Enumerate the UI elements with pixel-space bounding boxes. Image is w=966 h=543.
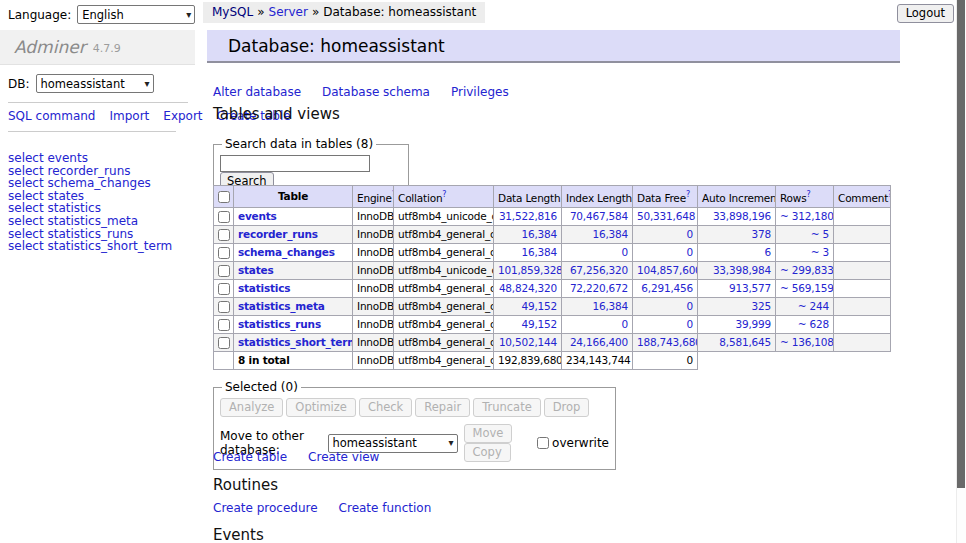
scrollbar-track[interactable] — [956, 0, 966, 543]
row-checkbox-statistics-short-term[interactable] — [218, 337, 230, 349]
auto-increment-link[interactable]: 33,898,196 — [713, 210, 771, 222]
rows-link[interactable]: ~ 136,108 — [780, 336, 834, 348]
column-help-link-collation[interactable]: ? — [442, 190, 446, 199]
move-button[interactable]: Move — [464, 424, 513, 443]
auto-increment-link[interactable]: 325 — [752, 300, 771, 312]
row-checkbox-statistics-runs[interactable] — [218, 319, 230, 331]
language-select[interactable]: English — [77, 5, 195, 24]
data-free-link[interactable]: 0 — [687, 228, 693, 240]
column-help-link-comment[interactable]: ? — [888, 190, 890, 199]
table-link-statistics-runs[interactable]: statistics_runs — [238, 318, 321, 330]
link-privileges[interactable]: Privileges — [451, 85, 509, 99]
data-free-link[interactable]: 50,331,648 — [637, 210, 695, 222]
check-button[interactable]: Check — [359, 398, 412, 417]
data-length-link[interactable]: 16,384 — [521, 228, 557, 240]
data-free-link[interactable]: 0 — [687, 300, 693, 312]
index-length-cell: 67,256,320 — [562, 261, 633, 279]
sidebar-action-import[interactable]: Import — [109, 109, 149, 123]
sidebar-action-export[interactable]: Export — [163, 109, 202, 123]
table-link-statistics[interactable]: statistics — [238, 282, 290, 294]
auto-increment-link[interactable]: 6 — [765, 246, 771, 258]
table-link-statistics-short-term[interactable]: statistics_short_term — [238, 336, 353, 348]
rows-link[interactable]: ~ 244 — [798, 300, 829, 312]
index-length-link[interactable]: 0 — [622, 246, 628, 258]
breadcrumb-link-server[interactable]: Server — [269, 5, 308, 19]
sidebar-link-select-events[interactable]: select events — [8, 152, 194, 165]
sidebar-link-select-statistics-short-term[interactable]: select statistics_short_term — [8, 240, 194, 253]
row-checkbox-schema-changes[interactable] — [218, 247, 230, 259]
rows-link[interactable]: ~ 569,159 — [780, 282, 834, 294]
row-checkbox-events[interactable] — [218, 211, 230, 223]
language-label: Language: — [8, 8, 71, 22]
column-help-link-data-free[interactable]: ? — [686, 190, 690, 199]
select-all-checkbox[interactable] — [218, 191, 230, 203]
total-data-length-cell: 192,839,680 — [494, 351, 562, 369]
analyze-button[interactable]: Analyze — [220, 398, 283, 417]
copy-button[interactable]: Copy — [464, 443, 511, 462]
rows-link[interactable]: ~ 5 — [811, 228, 829, 240]
page-title: Database: homeassistant — [207, 30, 900, 63]
overwrite-checkbox[interactable] — [537, 437, 549, 449]
data-free-link[interactable]: 6,291,456 — [641, 282, 693, 294]
breadcrumb-link-mysql[interactable]: MySQL — [212, 5, 253, 19]
index-length-link[interactable]: 16,384 — [592, 300, 628, 312]
link-database-schema[interactable]: Database schema — [322, 85, 430, 99]
data-free-link[interactable]: 104,857,600 — [637, 264, 698, 276]
data-free-link[interactable]: 188,743,680 — [637, 336, 698, 348]
link-alter-database[interactable]: Alter database — [213, 85, 301, 99]
data-length-link[interactable]: 16,384 — [521, 246, 557, 258]
auto-increment-link[interactable]: 33,398,984 — [713, 264, 771, 276]
db-select[interactable]: homeassistant — [36, 74, 154, 93]
table-link-events[interactable]: events — [238, 210, 277, 222]
auto-increment-link[interactable]: 378 — [752, 228, 771, 240]
column-help-link-rows[interactable]: ? — [807, 190, 811, 199]
auto-increment-link[interactable]: 39,999 — [735, 318, 771, 330]
link-create-view[interactable]: Create view — [308, 450, 379, 464]
sidebar-link-select-schema-changes[interactable]: select schema_changes — [8, 177, 194, 190]
row-checkbox-recorder-runs[interactable] — [218, 229, 230, 241]
optimize-button[interactable]: Optimize — [286, 398, 356, 417]
rows-link[interactable]: ~ 628 — [798, 318, 829, 330]
truncate-button[interactable]: Truncate — [473, 398, 541, 417]
search-input[interactable] — [220, 155, 370, 172]
row-checkbox-statistics[interactable] — [218, 283, 230, 295]
row-checkbox-statistics-meta[interactable] — [218, 301, 230, 313]
data-free-link[interactable]: 0 — [687, 246, 693, 258]
data-length-link[interactable]: 48,824,320 — [499, 282, 557, 294]
table-link-states[interactable]: states — [238, 264, 274, 276]
index-length-link[interactable]: 70,467,584 — [570, 210, 628, 222]
link-create-procedure[interactable]: Create procedure — [213, 501, 318, 515]
repair-button[interactable]: Repair — [415, 398, 470, 417]
index-length-link[interactable]: 72,220,672 — [570, 282, 628, 294]
index-length-link[interactable]: 16,384 — [592, 228, 628, 240]
index-length-cell: 16,384 — [562, 297, 633, 315]
sidebar-link-select-statistics-meta[interactable]: select statistics_meta — [8, 215, 194, 228]
rows-link[interactable]: ~ 3 — [811, 246, 829, 258]
index-length-link[interactable]: 0 — [622, 318, 628, 330]
data-free-link[interactable]: 0 — [687, 318, 693, 330]
table-link-recorder-runs[interactable]: recorder_runs — [238, 228, 318, 240]
link-create-function[interactable]: Create function — [339, 501, 432, 515]
rows-cell: ~ 312,180 — [776, 207, 834, 225]
table-link-schema-changes[interactable]: schema_changes — [238, 246, 335, 258]
row-checkbox-states[interactable] — [218, 265, 230, 277]
data-length-link[interactable]: 31,522,816 — [499, 210, 557, 222]
auto-increment-link[interactable]: 8,581,645 — [719, 336, 771, 348]
data-length-link[interactable]: 49,152 — [521, 318, 557, 330]
index-length-link[interactable]: 24,166,400 — [570, 336, 628, 348]
data-length-link[interactable]: 101,859,328 — [498, 264, 562, 276]
collation-cell: utf8mb4_general_ci — [394, 225, 494, 243]
auto-increment-link[interactable]: 913,577 — [729, 282, 771, 294]
data-length-link[interactable]: 10,502,144 — [499, 336, 557, 348]
table-link-statistics-meta[interactable]: statistics_meta — [238, 300, 325, 312]
sidebar-action-sql-command[interactable]: SQL command — [8, 109, 95, 123]
data-length-link[interactable]: 49,152 — [521, 300, 557, 312]
comment-cell — [834, 225, 891, 243]
rows-link[interactable]: ~ 312,180 — [780, 210, 834, 222]
scrollbar-thumb[interactable] — [957, 0, 965, 488]
rows-link[interactable]: ~ 299,833 — [780, 264, 834, 276]
link-create-table[interactable]: Create table — [213, 450, 287, 464]
index-length-link[interactable]: 67,256,320 — [570, 264, 628, 276]
drop-button[interactable]: Drop — [544, 398, 590, 417]
logout-button[interactable]: Logout — [897, 4, 954, 23]
